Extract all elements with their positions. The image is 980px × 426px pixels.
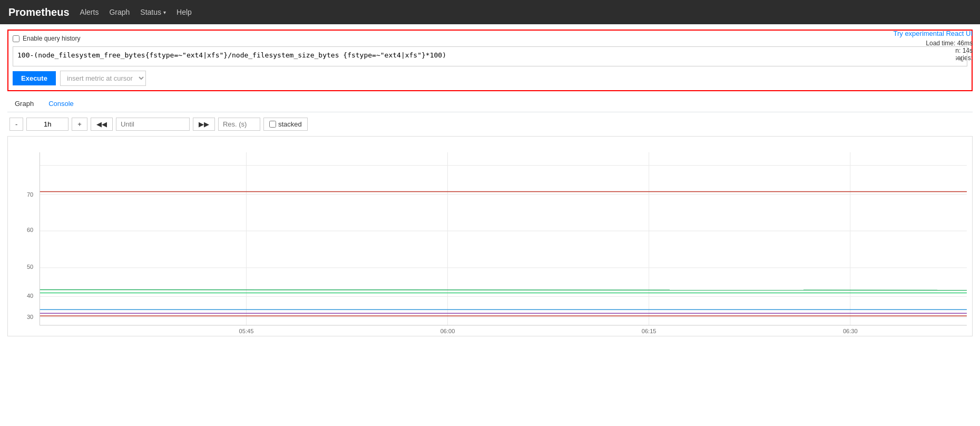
x-label-0630: 06:30 bbox=[843, 328, 858, 334]
tabs-row: Graph Console bbox=[7, 96, 973, 112]
alerts-link[interactable]: Alerts bbox=[80, 8, 99, 16]
enable-history-checkbox[interactable] bbox=[13, 35, 19, 42]
status-dropdown[interactable]: Status ▾ bbox=[140, 8, 166, 16]
main-content: Try experimental React UI Load time: 46m… bbox=[0, 24, 980, 342]
status-label: Status bbox=[140, 8, 161, 16]
y-label-30: 30 bbox=[27, 314, 33, 320]
insert-metric-select[interactable]: insert metric at cursor bbox=[60, 71, 146, 86]
load-time: Load time: 46ms bbox=[893, 40, 973, 47]
chevron-down-icon: ▾ bbox=[163, 9, 166, 15]
chart-area: 70 60 50 40 30 05:45 06:00 06:15 06:30 bbox=[7, 136, 973, 336]
enable-history-label: Enable query history bbox=[23, 35, 80, 42]
edit-icon[interactable]: ✎ bbox=[956, 55, 967, 66]
enable-history-row: Enable query history bbox=[13, 35, 967, 42]
x-label-0600: 06:00 bbox=[440, 328, 455, 334]
y-label-70: 70 bbox=[27, 191, 33, 198]
navbar: Prometheus Alerts Graph Status ▾ Help bbox=[0, 0, 980, 24]
y-label-40: 40 bbox=[27, 293, 33, 299]
help-link[interactable]: Help bbox=[177, 8, 192, 16]
chart-svg: 70 60 50 40 30 05:45 06:00 06:15 06:30 bbox=[8, 137, 972, 336]
data-line-darkgreen bbox=[40, 289, 967, 290]
zoom-out-button[interactable]: - bbox=[9, 118, 23, 131]
x-label-0615: 06:15 bbox=[642, 328, 656, 334]
try-react-link[interactable]: Try experimental React UI bbox=[893, 30, 973, 37]
y-label-60: 60 bbox=[27, 227, 33, 233]
query-input[interactable] bbox=[13, 47, 956, 66]
y-label-50: 50 bbox=[27, 264, 33, 270]
query-container: Enable query history ✎ Execute insert me… bbox=[7, 30, 973, 91]
query-input-row: ✎ bbox=[13, 46, 967, 66]
query-actions: Execute insert metric at cursor bbox=[13, 71, 967, 86]
x-label-0545: 05:45 bbox=[239, 328, 254, 334]
stacked-label-text: stacked bbox=[278, 120, 302, 128]
prev-button[interactable]: ◀◀ bbox=[91, 118, 113, 131]
graph-nav-link[interactable]: Graph bbox=[109, 8, 130, 16]
stacked-toggle[interactable]: stacked bbox=[263, 118, 308, 131]
execute-button[interactable]: Execute bbox=[13, 71, 56, 85]
time-range-input[interactable] bbox=[26, 118, 68, 131]
graph-controls: - + ◀◀ ▶▶ stacked bbox=[7, 118, 973, 131]
console-tab[interactable]: Console bbox=[41, 96, 81, 112]
graph-tab[interactable]: Graph bbox=[7, 96, 41, 112]
next-button[interactable]: ▶▶ bbox=[193, 118, 215, 131]
stacked-checkbox[interactable] bbox=[269, 121, 276, 128]
until-input[interactable] bbox=[116, 118, 190, 131]
res-input[interactable] bbox=[218, 118, 260, 131]
zoom-in-button[interactable]: + bbox=[72, 118, 87, 131]
brand-logo[interactable]: Prometheus bbox=[8, 6, 70, 18]
